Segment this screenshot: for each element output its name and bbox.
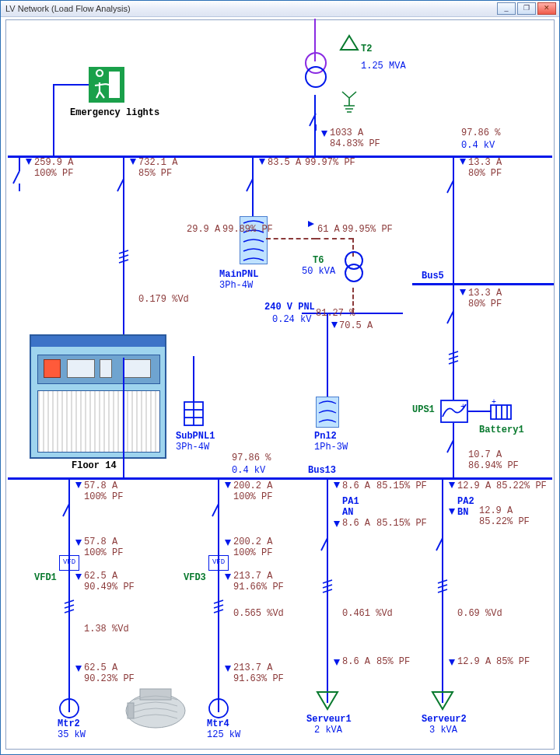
pa2-ph: BN <box>457 507 468 518</box>
pnl240-kv: 0.24 kV <box>272 314 311 325</box>
b13f1-pf: 100% PF <box>84 491 123 502</box>
subpnl1-name: SubPNL1 <box>176 431 215 442</box>
bus5 <box>412 283 554 285</box>
vfd3-out-pf: 91.66% PF <box>233 582 284 592</box>
pnl2-wire <box>327 314 328 398</box>
f3-a: 83.5 A <box>268 157 301 168</box>
bus5f-pf: 80% PF <box>468 299 502 309</box>
vfd1-out-pf: 90.49% PF <box>84 582 135 592</box>
subpnl1-cfg: 3Ph-4W <box>176 442 209 453</box>
arrow-icon <box>75 482 82 488</box>
bus5-name: Bus5 <box>422 271 444 281</box>
breaker-pa2 <box>436 538 450 558</box>
svg-text:+: + <box>492 398 496 407</box>
vfd1-out-a: 62.5 A <box>84 571 117 582</box>
pa1-ph: AN <box>342 507 353 518</box>
motor-mtr4-icon <box>208 698 229 718</box>
srv1-pf: 85% PF <box>376 656 410 667</box>
b13f4-a: 12.9 A <box>457 481 491 491</box>
breaker-ups <box>446 440 460 460</box>
svg-point-18 <box>60 699 79 718</box>
delta-icon <box>339 34 359 51</box>
t6-a: 61 A <box>317 224 340 235</box>
svg-point-2 <box>306 67 326 87</box>
arrow-icon <box>331 322 338 328</box>
b13f4-pf: 85.22% PF <box>496 481 547 491</box>
breaker-f4 <box>446 180 460 201</box>
breaker-f3 <box>246 179 260 199</box>
close-button[interactable]: ✕ <box>537 2 556 15</box>
ups-pf: 86.94% PF <box>468 460 519 471</box>
f3-pf: 99.97% PF <box>305 157 355 168</box>
pa2-a: 12.9 A <box>479 505 513 516</box>
cable-srv1 <box>320 575 334 599</box>
bus13 <box>8 477 552 480</box>
svg-rect-21 <box>140 689 171 700</box>
subpnl-vd: 0.179 %Vd <box>138 294 189 305</box>
arrow-icon <box>334 521 340 527</box>
bus-pct: 97.86 % <box>461 128 500 138</box>
vfd1-name: VFD1 <box>34 572 57 583</box>
breaker-f2 <box>117 179 131 199</box>
t2-rating: 1.25 MVA <box>361 61 406 72</box>
titlebar-text: LV Network (Load Flow Analysis) <box>5 4 131 13</box>
bus-mainpnl <box>266 238 316 241</box>
vfd3-in-a: 200.2 A <box>233 537 272 547</box>
mtr4-rating: 125 kW <box>207 729 240 740</box>
dash-t6-a <box>316 238 353 239</box>
mainpnl-name: MainPNL <box>219 269 258 280</box>
maximize-button[interactable]: ❐ <box>517 2 536 15</box>
cable-srv2 <box>436 575 450 599</box>
pnl240-pct: 81.27 % <box>316 308 355 319</box>
motor-mtr2-icon <box>59 698 79 718</box>
srv1-vd: 0.461 %Vd <box>342 608 393 619</box>
battery1-name: Battery1 <box>479 425 524 435</box>
bus-kv: 0.4 kV <box>461 140 495 151</box>
motor-photo-icon <box>117 676 194 731</box>
feeder4-wire <box>453 156 454 283</box>
f2-a: 732.1 A <box>138 157 177 168</box>
srv2-vd: 0.69 %Vd <box>457 608 502 619</box>
transformer-t6-icon <box>341 250 367 288</box>
cable-mtr2 <box>62 596 76 619</box>
mtr2-vd: 1.38 %Vd <box>84 624 129 634</box>
vfd3-in-pf: 100% PF <box>233 547 272 558</box>
srv1-rating: 2 kVA <box>314 725 342 736</box>
mtr4-a: 213.7 A <box>233 662 272 673</box>
cable-bus5f <box>446 347 460 370</box>
srv2-rating: 3 kVA <box>429 725 457 736</box>
bus13-name: Bus13 <box>308 465 336 476</box>
app-window: LV Network (Load Flow Analysis) _ ❐ ✕ T2… <box>0 0 560 755</box>
svg-point-8 <box>345 264 362 281</box>
ups1-icon: + <box>440 400 468 423</box>
titlebar[interactable]: LV Network (Load Flow Analysis) _ ❐ ✕ <box>1 1 559 17</box>
breaker-pa1 <box>320 538 334 558</box>
arrow-icon <box>75 666 82 672</box>
exit-sign-icon <box>89 67 124 103</box>
vfd1-icon: VFD <box>59 555 79 571</box>
pnl240-name: 240 V PNL <box>264 302 315 313</box>
load-srv1-icon <box>316 690 339 711</box>
arrow-icon <box>130 159 136 165</box>
arrow-icon <box>321 131 327 137</box>
subpnl-stub <box>193 356 194 403</box>
srv2-a: 12.9 A <box>457 656 491 667</box>
battery-icon: + <box>490 401 512 421</box>
pnl2-cfg: 1Ph-3W <box>314 442 348 453</box>
wye-ground-icon <box>336 89 362 115</box>
f1-a: 259.9 A <box>34 157 73 168</box>
pnl2-icon <box>316 397 339 428</box>
b13f2-pf: 100% PF <box>233 491 272 502</box>
minimize-button[interactable]: _ <box>497 2 516 15</box>
arrow-icon <box>334 659 340 666</box>
mtr4-vd: 0.565 %Vd <box>233 608 284 619</box>
vfd3-icon: VFD <box>208 555 229 571</box>
arrow-icon <box>75 574 82 580</box>
feeder1-stub <box>19 156 20 171</box>
bus5f-a: 13.3 A <box>468 288 502 299</box>
diagram-canvas[interactable]: T2 1.25 MVA 1033 A 84.83% PF 97.86 % 0.4… <box>5 19 555 750</box>
breaker-bus5f <box>446 311 460 331</box>
pa2-pf: 85.22% PF <box>479 516 530 527</box>
ups-bat-wire <box>468 411 492 412</box>
window-buttons: _ ❐ ✕ <box>497 2 556 15</box>
